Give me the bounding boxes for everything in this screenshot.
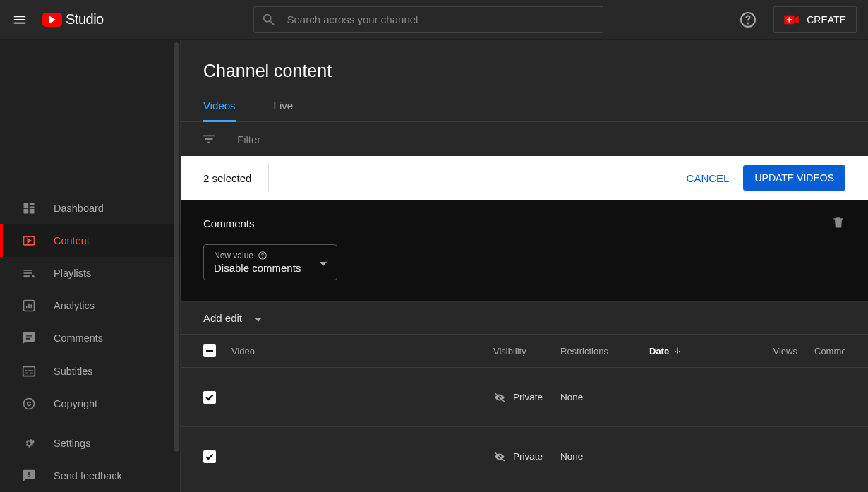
filter-icon[interactable] <box>200 131 217 148</box>
selection-bar: 2 selected CANCEL UPDATE VIDEOS <box>181 156 868 200</box>
column-date[interactable]: Date <box>649 346 755 356</box>
sidebar-item-feedback[interactable]: Send feedback <box>0 460 180 492</box>
svg-rect-5 <box>30 207 35 208</box>
create-button[interactable]: CREATE <box>773 6 857 33</box>
svg-rect-7 <box>30 209 35 214</box>
header: Studio CREATE <box>0 0 868 40</box>
svg-rect-14 <box>25 372 28 373</box>
page-title: Channel content <box>181 40 868 81</box>
sidebar-item-label: Settings <box>54 438 90 449</box>
sidebar: Dashboard Content Playlists Analytics Co <box>0 40 181 492</box>
dropdown-value: Disable comments <box>214 262 301 274</box>
column-comments[interactable]: Comments <box>814 346 845 356</box>
sidebar-item-label: Send feedback <box>54 470 122 481</box>
private-icon <box>493 450 506 463</box>
tab-live[interactable]: Live <box>274 100 294 121</box>
row-checkbox[interactable] <box>203 391 216 404</box>
visibility-value: Private <box>513 392 543 402</box>
new-value-dropdown[interactable]: New value Disable comments <box>203 244 337 280</box>
playlists-icon <box>21 265 37 281</box>
sidebar-item-label: Dashboard <box>54 203 104 214</box>
tabs: Videos Live <box>181 100 868 122</box>
studio-logo[interactable]: Studio <box>42 11 104 28</box>
sidebar-item-subtitles[interactable]: Subtitles <box>0 355 180 388</box>
help-icon[interactable] <box>740 11 757 28</box>
visibility-value: Private <box>513 451 543 462</box>
sidebar-item-copyright[interactable]: Copyright <box>0 388 180 420</box>
comments-icon <box>21 330 37 346</box>
svg-point-1 <box>748 23 749 23</box>
svg-rect-15 <box>30 372 33 373</box>
sidebar-item-comments[interactable]: Comments <box>0 322 180 354</box>
private-icon <box>493 391 506 404</box>
select-all-checkbox[interactable] <box>203 344 216 357</box>
create-icon <box>784 14 800 25</box>
analytics-icon <box>21 298 37 313</box>
feedback-icon <box>21 468 37 484</box>
svg-rect-3 <box>24 203 29 208</box>
search-input[interactable] <box>287 13 596 25</box>
column-restrictions[interactable]: Restrictions <box>560 346 649 356</box>
table-row[interactable]: Private None <box>181 368 868 427</box>
search-icon <box>261 12 277 28</box>
sidebar-item-content[interactable]: Content <box>0 224 180 257</box>
column-visibility[interactable]: Visibility <box>476 346 560 356</box>
copyright-icon <box>21 396 37 412</box>
restrictions-value: None <box>560 392 649 402</box>
subtitles-icon <box>21 364 37 379</box>
tab-videos[interactable]: Videos <box>203 100 236 121</box>
dashboard-icon <box>21 200 37 216</box>
help-icon <box>258 251 267 260</box>
update-videos-button[interactable]: UPDATE VIDEOS <box>743 165 845 191</box>
sidebar-item-settings[interactable]: Settings <box>0 427 180 460</box>
edit-title: Comments <box>203 217 255 229</box>
sidebar-item-playlists[interactable]: Playlists <box>0 257 180 289</box>
svg-point-18 <box>24 398 35 409</box>
svg-point-20 <box>263 257 263 258</box>
add-edit-button[interactable]: Add edit <box>181 301 868 334</box>
table-header: Video Visibility Restrictions Date Views… <box>181 334 868 368</box>
row-checkbox[interactable] <box>203 450 216 463</box>
sidebar-scrollbar[interactable] <box>174 42 179 452</box>
edit-section: Comments New value Disable comments <box>181 200 868 301</box>
filter-row: Filter <box>181 122 868 156</box>
sidebar-item-label: Content <box>54 235 90 246</box>
svg-rect-16 <box>25 370 27 371</box>
gear-icon <box>21 436 37 451</box>
restrictions-value: None <box>560 451 649 462</box>
chevron-down-icon <box>320 257 327 268</box>
sidebar-item-label: Subtitles <box>54 366 93 377</box>
svg-rect-4 <box>30 203 35 205</box>
svg-rect-17 <box>28 370 33 371</box>
arrow-down-icon <box>673 347 682 355</box>
column-video[interactable]: Video <box>231 346 476 356</box>
sidebar-item-label: Comments <box>54 332 103 344</box>
sidebar-item-label: Playlists <box>54 268 91 279</box>
menu-icon[interactable] <box>11 11 28 28</box>
selected-count: 2 selected <box>203 164 269 192</box>
search-box[interactable] <box>253 6 603 33</box>
table-row[interactable]: Private None <box>181 427 868 486</box>
sidebar-item-label: Analytics <box>54 300 95 311</box>
column-views[interactable]: Views <box>755 346 797 356</box>
trash-icon[interactable] <box>831 215 845 232</box>
svg-rect-10 <box>26 306 28 308</box>
sidebar-item-dashboard[interactable]: Dashboard <box>0 192 180 224</box>
svg-rect-11 <box>28 304 30 309</box>
logo-text: Studio <box>66 11 104 28</box>
filter-label[interactable]: Filter <box>237 133 260 145</box>
dropdown-label: New value <box>214 251 301 260</box>
content-icon <box>21 233 37 248</box>
cancel-button[interactable]: CANCEL <box>687 172 730 184</box>
main-content: Channel content Videos Live Filter 2 sel… <box>181 40 868 492</box>
svg-rect-6 <box>24 209 29 214</box>
sidebar-item-analytics[interactable]: Analytics <box>0 289 180 322</box>
chevron-down-icon <box>255 312 262 324</box>
sidebar-item-label: Copyright <box>54 398 97 409</box>
svg-rect-12 <box>31 305 32 309</box>
